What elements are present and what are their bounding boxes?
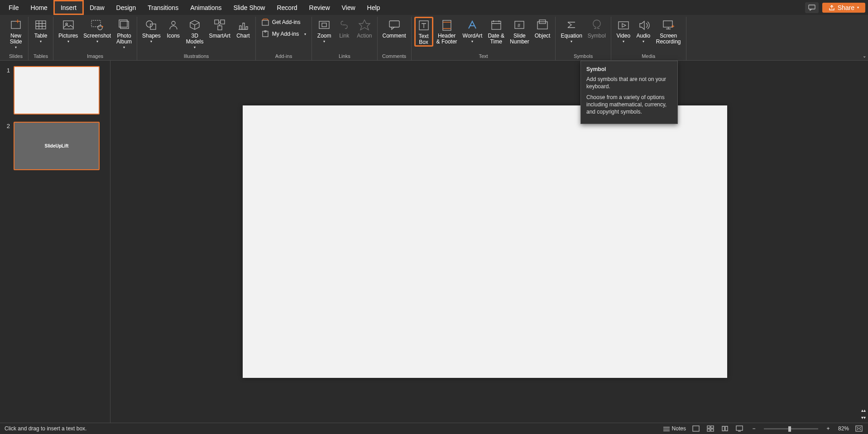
smartart-button[interactable]: SmartArt — [206, 17, 232, 40]
date-time-button[interactable]: Date & Time — [485, 17, 507, 46]
svg-point-11 — [172, 21, 175, 25]
video-button[interactable]: Video▾ — [614, 17, 633, 44]
next-slide-nav-icon[interactable]: ▾▾ — [859, 415, 868, 420]
svg-rect-32 — [711, 426, 714, 428]
group-links: Zoom▾ Link Action Links — [312, 17, 377, 60]
slide-canvas[interactable] — [243, 105, 727, 378]
object-icon — [536, 19, 549, 31]
share-button[interactable]: Share ▾ — [822, 3, 865, 13]
zoom-percent: 82% — [838, 425, 849, 432]
tab-help[interactable]: Help — [361, 0, 386, 15]
reading-view-button[interactable] — [720, 424, 729, 433]
tab-design[interactable]: Design — [110, 0, 142, 15]
svg-rect-22 — [443, 20, 451, 30]
tab-draw[interactable]: Draw — [84, 0, 110, 15]
content-area: 1 2 SlideUpLift ▴▴ ▾▾ — [0, 61, 868, 423]
prev-slide-nav-icon[interactable]: ▴▴ — [859, 408, 868, 413]
screen-recording-button[interactable]: Screen Recording — [654, 17, 683, 46]
group-label-text: Text — [479, 52, 488, 60]
svg-rect-13 — [221, 20, 225, 24]
group-label-illustrations: Illustrations — [184, 52, 209, 60]
3d-models-button[interactable]: 3D Models▾ — [184, 17, 206, 50]
slide-editor[interactable] — [110, 61, 859, 423]
symbol-button[interactable]: Symbol — [585, 17, 608, 40]
get-addins-button[interactable]: Get Add-ins — [259, 17, 309, 28]
svg-rect-15 — [262, 20, 269, 25]
slide-number-button[interactable]: # Slide Number — [508, 17, 532, 46]
zoom-out-button[interactable]: − — [749, 424, 758, 433]
group-illustrations: Shapes▾ Icons 3D Models▾ SmartArt Chart … — [137, 17, 256, 60]
comment-icon — [388, 19, 401, 31]
new-slide-button[interactable]: New Slide ▾ — [6, 17, 25, 50]
pictures-icon — [62, 19, 75, 31]
table-button[interactable]: Table ▾ — [31, 17, 50, 44]
zoom-in-button[interactable]: + — [824, 424, 833, 433]
photo-album-button[interactable]: Photo Album▾ — [114, 17, 134, 50]
vertical-scrollbar[interactable]: ▴▴ ▾▾ — [859, 61, 868, 423]
action-button[interactable]: Action — [355, 17, 374, 40]
group-media: Video▾ Audio▾ Screen Recording Media — [611, 17, 686, 60]
audio-button[interactable]: Audio▾ — [634, 17, 653, 44]
tab-home[interactable]: Home — [25, 0, 53, 15]
tab-insert[interactable]: Insert — [53, 0, 84, 15]
tab-view[interactable]: View — [336, 0, 361, 15]
equation-button[interactable]: Equation▾ — [558, 17, 584, 44]
tab-record[interactable]: Record — [271, 0, 303, 15]
slide-thumb-2[interactable]: 2 SlideUpLift — [4, 122, 106, 170]
pictures-button[interactable]: Pictures▾ — [56, 17, 80, 44]
video-icon — [617, 19, 630, 31]
slideshow-icon — [736, 425, 743, 432]
thumbnail-2-text: SlideUpLift — [45, 143, 69, 148]
svg-rect-3 — [63, 21, 73, 29]
collapse-ribbon-button[interactable]: ⌄ — [863, 53, 866, 58]
comment-button[interactable]: Comment — [380, 17, 408, 40]
table-icon — [34, 19, 47, 31]
svg-text:#: # — [518, 23, 521, 28]
zoom-button[interactable]: Zoom▾ — [315, 17, 334, 44]
wordart-button[interactable]: WordArt▾ — [460, 17, 485, 44]
svg-rect-1 — [11, 21, 20, 29]
thumbnail-2[interactable]: SlideUpLift — [14, 122, 100, 170]
fit-to-window-button[interactable] — [854, 424, 863, 433]
group-label-media: Media — [642, 52, 655, 60]
symbol-icon — [590, 19, 603, 31]
header-footer-icon — [441, 19, 453, 31]
wordart-icon — [466, 19, 479, 31]
text-box-button[interactable]: Text Box — [414, 17, 433, 47]
svg-rect-28 — [619, 22, 628, 29]
header-footer-button[interactable]: Header & Footer — [434, 17, 460, 46]
speech-bubble-icon — [808, 5, 815, 11]
slideshow-view-button[interactable] — [735, 424, 744, 433]
ribbon: New Slide ▾ Slides Table ▾ Tables Pictur… — [0, 15, 868, 61]
thumbnail-1[interactable] — [14, 66, 100, 114]
screenshot-button[interactable]: Screenshot▾ — [81, 17, 113, 44]
smartart-icon — [213, 19, 226, 31]
comments-tray-button[interactable] — [805, 2, 819, 13]
slide-thumbnail-panel[interactable]: 1 2 SlideUpLift — [0, 61, 110, 423]
tab-transitions[interactable]: Transitions — [142, 0, 184, 15]
my-addins-button[interactable]: My Add-ins ▾ — [259, 29, 309, 39]
tab-animations[interactable]: Animations — [184, 0, 227, 15]
link-button[interactable]: Link — [335, 17, 354, 40]
icons-button[interactable]: Icons — [164, 17, 183, 40]
svg-rect-34 — [711, 429, 714, 431]
zoom-slider[interactable] — [764, 428, 818, 429]
shapes-button[interactable]: Shapes▾ — [140, 17, 163, 44]
slide-number-1: 1 — [4, 66, 10, 114]
tab-file[interactable]: File — [3, 0, 25, 15]
slide-sorter-view-button[interactable] — [706, 424, 715, 433]
tab-slideshow[interactable]: Slide Show — [227, 0, 271, 15]
normal-view-button[interactable] — [691, 424, 700, 433]
group-tables: Table ▾ Tables — [29, 17, 53, 60]
tab-review[interactable]: Review — [303, 0, 336, 15]
svg-rect-29 — [663, 21, 672, 27]
svg-rect-2 — [36, 21, 46, 29]
slide-thumb-1[interactable]: 1 — [4, 66, 106, 114]
group-label-tables: Tables — [34, 52, 48, 60]
slide-number-icon: # — [513, 19, 526, 31]
chart-button[interactable]: Chart — [234, 17, 253, 40]
svg-rect-18 — [319, 21, 329, 29]
notes-button[interactable]: Notes — [663, 424, 686, 433]
object-button[interactable]: Object — [532, 17, 553, 40]
share-icon — [829, 5, 835, 11]
